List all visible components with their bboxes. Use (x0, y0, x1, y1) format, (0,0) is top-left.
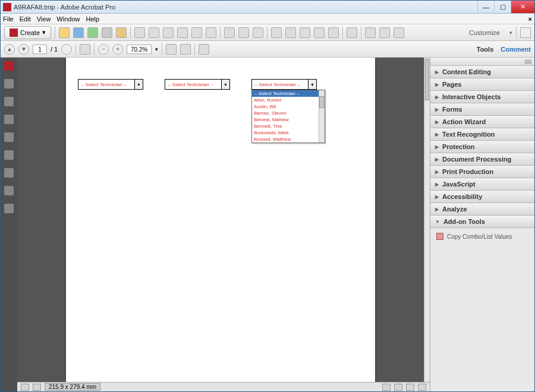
tool-icon[interactable] (365, 27, 376, 38)
cloud-icon[interactable] (87, 27, 98, 38)
tool-icon[interactable] (379, 27, 390, 38)
maximize-button[interactable]: ▢ (494, 1, 511, 13)
tool-icon[interactable] (300, 27, 310, 38)
expand-icon[interactable] (520, 27, 531, 38)
dropdown-option[interactable]: Boswell, Matthew (252, 136, 325, 143)
vertical-scrollbar[interactable] (424, 58, 430, 382)
tools-tab[interactable]: Tools (477, 46, 494, 53)
dropdown-option[interactable]: Barnes, Steven (252, 110, 325, 116)
section-print-production[interactable]: ▶Print Production (430, 166, 534, 178)
page-number-input[interactable]: 1 (33, 45, 47, 54)
tool-icon[interactable] (314, 27, 325, 38)
status-icon[interactable] (394, 384, 402, 391)
thumbnails-icon[interactable] (4, 61, 14, 71)
tool-icon[interactable] (224, 27, 235, 38)
rail-icon[interactable] (4, 115, 14, 124)
section-pages[interactable]: ▶Pages (430, 78, 534, 91)
chevron-down-icon[interactable]: ▼ (134, 80, 143, 89)
section-document-processing[interactable]: ▶Document Processing (430, 153, 534, 166)
section-javascript[interactable]: ▶JavaScript (430, 178, 534, 191)
menu-edit[interactable]: Edit (20, 15, 31, 23)
open-icon[interactable] (59, 27, 70, 38)
status-icon[interactable] (418, 384, 426, 391)
rail-icon[interactable] (4, 168, 14, 178)
page-down-icon[interactable]: ▼ (18, 44, 29, 55)
chevron-down-icon[interactable]: ▼ (221, 80, 229, 89)
customize-button[interactable]: Customize (463, 29, 506, 36)
section-analyze[interactable]: ▶Analyze (430, 203, 534, 216)
minimize-button[interactable]: — (477, 1, 494, 13)
tool-icon[interactable] (253, 27, 263, 38)
dropdown-option[interactable]: Austin, Bill (252, 103, 325, 110)
tool-icon[interactable] (238, 27, 249, 38)
technician-combo-1[interactable]: -- Select Technician -- ▼ (78, 79, 143, 90)
menu-view[interactable]: View (37, 15, 51, 23)
bookmarks-icon[interactable] (4, 97, 14, 106)
dropdown-option[interactable]: Bennett, Tina (252, 123, 325, 129)
tool-icon[interactable] (347, 27, 357, 38)
fit-width-icon[interactable] (166, 44, 177, 55)
section-content-editing[interactable]: ▶Content Editing (430, 66, 534, 78)
tool-icon[interactable] (328, 27, 339, 38)
rail-icon[interactable] (4, 186, 14, 195)
chevron-down-icon[interactable]: ▼ (308, 80, 316, 89)
rail-icon[interactable] (4, 204, 14, 213)
status-icon[interactable] (33, 384, 41, 391)
dropdown-scrollbar[interactable] (319, 90, 325, 143)
dropdown-option[interactable]: Borkowski, Mark (252, 129, 325, 136)
section-forms[interactable]: ▶Forms (430, 103, 534, 116)
zoom-tool-icon[interactable] (199, 44, 209, 55)
section-interactive-objects[interactable]: ▶Interactive Objects (430, 91, 534, 103)
technician-combo-2[interactable]: -- Select Technician -- ▼ (165, 79, 230, 90)
create-button[interactable]: Create ▾ (4, 26, 51, 39)
status-icon[interactable] (21, 384, 29, 391)
menu-help[interactable]: Help (86, 15, 99, 23)
tool-icon[interactable] (149, 27, 159, 38)
chevron-down-icon[interactable]: ▾ (155, 46, 158, 52)
dropdown-option[interactable]: Allen, Robert (252, 97, 325, 103)
zoom-in-icon[interactable]: + (112, 44, 123, 55)
page-viewport[interactable]: -- Select Technician -- ▼ -- Select Tech… (17, 58, 424, 382)
technician-combo-3[interactable]: -- Select Technician -- ▼ (251, 79, 317, 90)
section-action-wizard[interactable]: ▶Action Wizard (430, 116, 534, 128)
tool-icon[interactable] (285, 27, 296, 38)
panel-grip[interactable] (430, 58, 534, 66)
comment-tab[interactable]: Comment (501, 46, 531, 53)
close-button[interactable]: ✕ (511, 1, 534, 13)
tool-icon[interactable] (394, 27, 404, 38)
nav-icon[interactable] (61, 44, 72, 55)
hand-tool-icon[interactable] (80, 44, 90, 55)
section-addon-tools[interactable]: ▼Add-on Tools (430, 216, 534, 228)
scroll-thumb[interactable] (425, 59, 429, 100)
tool-icon[interactable] (206, 27, 216, 38)
menu-window[interactable]: Window (56, 15, 80, 23)
document-close-icon[interactable]: × (528, 15, 532, 23)
status-icon[interactable] (406, 384, 414, 391)
print-icon[interactable] (102, 27, 112, 38)
section-text-recognition[interactable]: ▶Text Recognition (430, 128, 534, 141)
rail-icon[interactable] (4, 150, 14, 160)
page-up-icon[interactable]: ▲ (4, 44, 15, 55)
zoom-out-icon[interactable]: − (98, 44, 109, 55)
fit-page-icon[interactable] (180, 44, 191, 55)
tool-icon[interactable] (163, 27, 174, 38)
section-accessibility[interactable]: ▶Accessibility (430, 191, 534, 203)
menu-file[interactable]: File (3, 15, 14, 23)
mail-icon[interactable] (116, 27, 127, 38)
dropdown-selected[interactable]: -- Select Technician -- (252, 90, 325, 97)
save-icon[interactable] (73, 27, 84, 38)
rail-icon[interactable] (4, 132, 14, 142)
scroll-thumb[interactable] (319, 96, 324, 108)
zoom-input[interactable]: 70.2% (127, 45, 152, 54)
addon-copy-combo[interactable]: Copy Combo/List Values (430, 228, 534, 245)
tool-icon[interactable] (271, 27, 282, 38)
technician-dropdown[interactable]: -- Select Technician -- Allen, Robert Au… (251, 90, 325, 143)
section-protection[interactable]: ▶Protection (430, 141, 534, 153)
tool-icon[interactable] (177, 27, 188, 38)
triangle-right-icon: ▶ (435, 207, 439, 212)
status-icon[interactable] (382, 384, 391, 391)
pages-icon[interactable] (4, 79, 14, 88)
tool-icon[interactable] (191, 27, 202, 38)
tool-icon[interactable] (134, 27, 145, 38)
dropdown-option[interactable]: Belveal, Mathew (252, 116, 325, 123)
